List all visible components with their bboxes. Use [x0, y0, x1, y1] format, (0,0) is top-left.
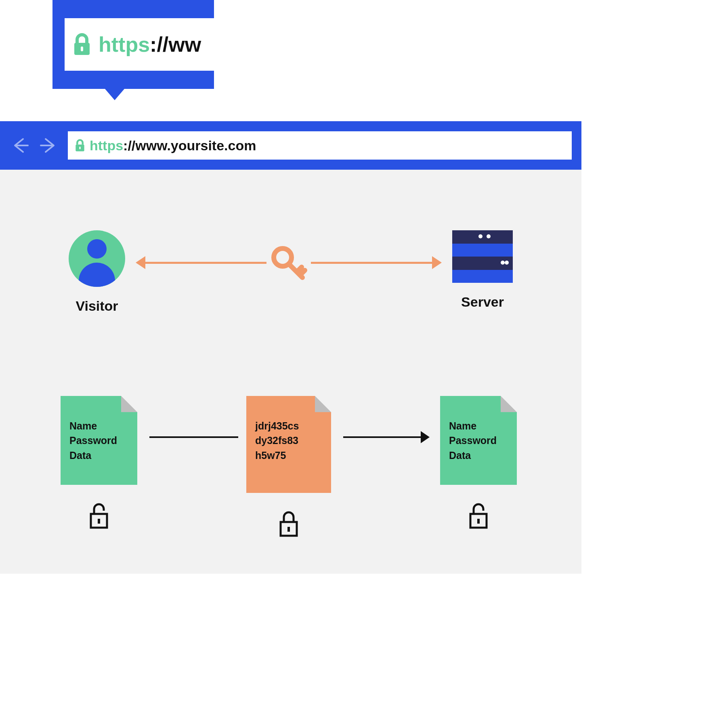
key-icon — [266, 244, 311, 281]
back-button[interactable] — [10, 135, 30, 156]
document-icon: Name Password Data — [61, 396, 137, 485]
server-label: Server — [452, 294, 513, 310]
doc-line: jdrj435cs — [255, 419, 322, 433]
visitor-node: Visitor — [69, 230, 125, 314]
lock-icon — [72, 32, 92, 57]
svg-rect-6 — [98, 519, 100, 524]
server-node: Server — [452, 230, 513, 310]
https-label: https — [99, 32, 150, 57]
unlocked-icon — [61, 501, 137, 530]
forward-button[interactable] — [39, 135, 59, 156]
doc-line: Data — [69, 448, 128, 463]
diagram-canvas: Visitor Server — [0, 170, 581, 574]
browser-bar: https://www.yoursite.com — [0, 121, 581, 170]
https-label: https — [90, 138, 123, 154]
doc-line: Name — [69, 419, 128, 433]
doc-line: Data — [449, 448, 508, 463]
encrypted-doc: jdrj435cs dy32fs83 h5w75 — [246, 396, 331, 538]
server-icon — [452, 230, 513, 283]
unlocked-icon — [440, 501, 517, 530]
callout-address-fragment: https://ww — [65, 18, 214, 71]
locked-icon — [246, 509, 331, 538]
doc-line: dy32fs83 — [255, 433, 322, 448]
doc-line: Name — [449, 419, 508, 433]
svg-rect-1 — [81, 46, 83, 51]
svg-rect-3 — [79, 147, 80, 149]
doc-line: h5w75 — [255, 448, 322, 463]
flow-arrow-1 — [149, 436, 238, 438]
visitor-label: Visitor — [69, 298, 125, 314]
data-flow-row: Name Password Data jdrj435cs dy32fs83 h5… — [0, 396, 581, 558]
arrow-right-icon — [311, 262, 440, 264]
key-exchange-arrows — [137, 250, 440, 275]
plaintext-doc-left: Name Password Data — [61, 396, 137, 530]
svg-rect-8 — [287, 527, 290, 532]
arrow-left-icon — [11, 137, 29, 154]
key-exchange-row: Visitor Server — [0, 230, 581, 311]
doc-line: Password — [449, 433, 508, 448]
arrow-left-icon — [137, 262, 266, 264]
lock-icon — [74, 139, 86, 152]
doc-line: Password — [69, 433, 128, 448]
arrow-right-icon — [40, 137, 58, 154]
url-rest: ://www.yoursite.com — [123, 138, 256, 154]
visitor-avatar-icon — [69, 230, 125, 287]
flow-arrow-2 — [343, 436, 428, 438]
document-icon: Name Password Data — [440, 396, 517, 485]
svg-rect-10 — [477, 519, 480, 524]
document-icon: jdrj435cs dy32fs83 h5w75 — [246, 396, 331, 493]
address-bar[interactable]: https://www.yoursite.com — [68, 131, 572, 160]
url-fragment: ://ww — [150, 32, 201, 57]
https-callout: https://ww — [52, 0, 214, 89]
plaintext-doc-right: Name Password Data — [440, 396, 517, 530]
